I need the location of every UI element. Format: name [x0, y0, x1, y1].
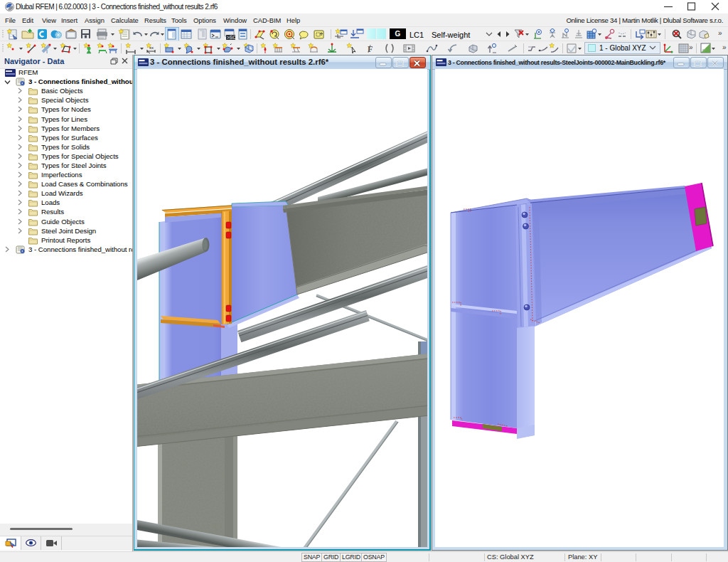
svg-text:xx: xx: [149, 46, 154, 50]
svg-text:>SC: >SC: [227, 35, 236, 40]
svg-text:I: I: [46, 49, 48, 54]
